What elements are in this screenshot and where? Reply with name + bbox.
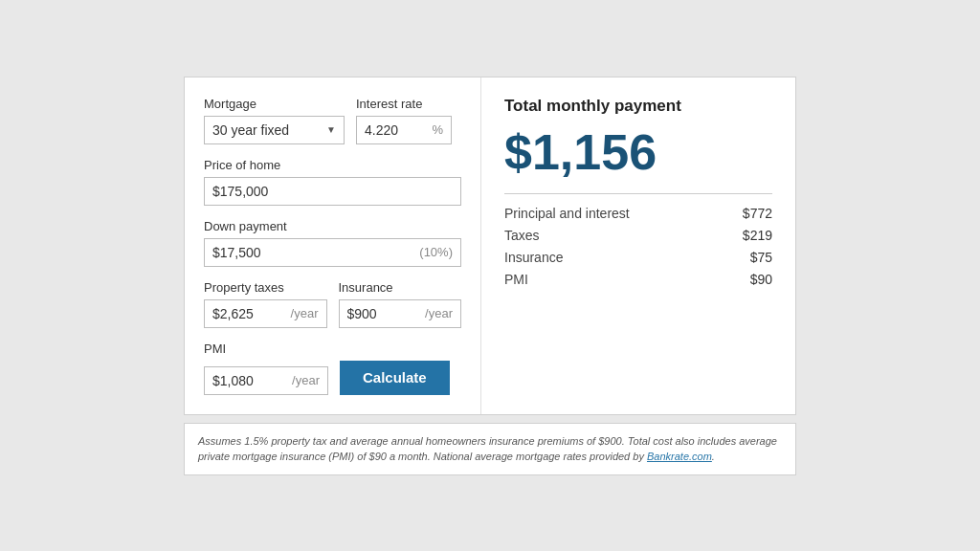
breakdown-label-taxes: Taxes [504, 228, 540, 243]
price-input-wrapper[interactable] [204, 177, 461, 206]
insurance-label: Insurance [339, 280, 462, 295]
chevron-down-icon: ▼ [326, 124, 336, 135]
taxes-input-wrapper[interactable]: /year [204, 299, 327, 328]
breakdown-row-pmi: PMI $90 [504, 272, 772, 287]
mortgage-label: Mortgage [204, 97, 345, 111]
pmi-field-group: PMI /year Calculate [204, 342, 461, 395]
breakdown-label-insurance: Insurance [504, 250, 563, 265]
taxes-field-group: Property taxes /year [204, 280, 327, 328]
breakdown-row-insurance: Insurance $75 [504, 250, 772, 265]
down-input-wrapper[interactable]: (10%) [204, 238, 461, 267]
insurance-field-group: Insurance /year [339, 280, 462, 328]
insurance-input-wrapper[interactable]: /year [339, 299, 462, 328]
mortgage-select[interactable]: 30 year fixed 15 year fixed 5/1 ARM [212, 122, 323, 138]
bankrate-link[interactable]: Bankrate.com [647, 451, 712, 462]
breakdown-value-pmi: $90 [750, 272, 772, 287]
breakdown-value-taxes: $219 [743, 228, 772, 243]
breakdown-row-principal: Principal and interest $772 [504, 206, 772, 221]
results-panel: Total monthly payment $1,156 Principal a… [481, 77, 795, 414]
interest-input-wrapper[interactable]: % [356, 116, 452, 144]
insurance-suffix: /year [425, 306, 453, 320]
footer-note: Assumes 1.5% property tax and average an… [184, 423, 796, 475]
breakdown-value-principal: $772 [743, 206, 772, 221]
divider [504, 193, 772, 194]
interest-input[interactable] [365, 122, 432, 138]
down-label: Down payment [204, 219, 461, 233]
total-label: Total monthly payment [504, 97, 772, 116]
taxes-label: Property taxes [204, 280, 327, 295]
tax-ins-row: Property taxes /year Insurance /year [204, 280, 461, 328]
calculator-form: Mortgage 30 year fixed 15 year fixed 5/1… [185, 77, 481, 414]
pmi-input[interactable] [212, 373, 288, 388]
down-input[interactable] [212, 245, 419, 260]
pmi-label: PMI [204, 342, 461, 356]
breakdown-row-taxes: Taxes $219 [504, 228, 772, 243]
mortgage-select-wrapper[interactable]: 30 year fixed 15 year fixed 5/1 ARM ▼ [204, 116, 345, 144]
breakdown-label-pmi: PMI [504, 272, 528, 287]
breakdown-label-principal: Principal and interest [504, 206, 630, 221]
pmi-suffix: /year [292, 373, 320, 387]
percent-symbol: % [432, 122, 443, 137]
price-field-group: Price of home [204, 158, 461, 206]
calculate-button[interactable]: Calculate [340, 361, 450, 395]
taxes-suffix: /year [291, 306, 319, 320]
footer-text-end: . [712, 451, 715, 462]
breakdown-value-insurance: $75 [750, 250, 772, 265]
total-amount: $1,156 [504, 125, 772, 180]
interest-label: Interest rate [356, 97, 461, 111]
mortgage-field-group: Mortgage 30 year fixed 15 year fixed 5/1… [204, 97, 345, 144]
interest-field-group: Interest rate % [356, 97, 461, 144]
price-input[interactable] [212, 184, 453, 199]
taxes-input[interactable] [212, 306, 287, 321]
price-label: Price of home [204, 158, 461, 172]
pmi-row: /year Calculate [204, 361, 461, 395]
pmi-input-wrapper[interactable]: /year [204, 366, 328, 395]
down-field-group: Down payment (10%) [204, 219, 461, 267]
down-percent: (10%) [419, 245, 453, 259]
insurance-input[interactable] [347, 306, 422, 321]
